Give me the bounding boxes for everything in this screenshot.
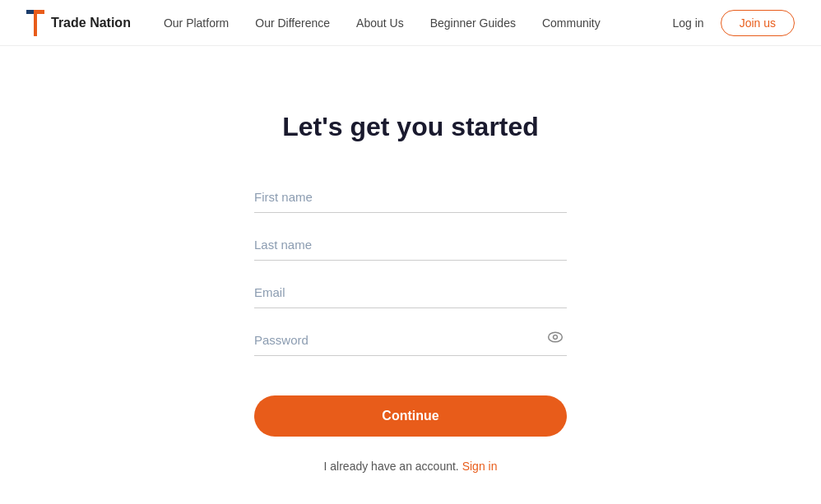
last-name-field — [254, 229, 567, 261]
email-field — [254, 277, 567, 308]
main-content: Let's get you started Continue I already… — [0, 46, 821, 473]
page-title: Let's get you started — [282, 112, 539, 142]
nav-actions: Log in Join us — [672, 10, 795, 36]
svg-point-2 — [549, 332, 563, 342]
first-name-field — [254, 182, 567, 213]
first-name-input[interactable] — [254, 182, 567, 213]
join-button[interactable]: Join us — [721, 10, 795, 36]
nav-links: Our Platform Our Difference About Us Beg… — [164, 16, 673, 30]
signup-form: Continue — [254, 182, 567, 437]
main-nav: Trade Nation Our Platform Our Difference… — [0, 0, 821, 46]
nav-our-difference[interactable]: Our Difference — [255, 16, 330, 30]
brand-logo[interactable]: Trade Nation — [26, 10, 131, 36]
password-input[interactable] — [254, 325, 567, 356]
last-name-input[interactable] — [254, 229, 567, 261]
brand-name: Trade Nation — [51, 16, 131, 30]
svg-marker-1 — [26, 10, 34, 14]
logo-icon — [26, 10, 44, 36]
signin-static-text: I already have an account. — [324, 460, 459, 473]
nav-our-platform[interactable]: Our Platform — [164, 16, 229, 30]
nav-beginner-guides[interactable]: Beginner Guides — [430, 16, 516, 30]
nav-about-us[interactable]: About Us — [356, 16, 404, 30]
signin-prompt: I already have an account. Sign in — [324, 460, 498, 473]
email-input[interactable] — [254, 277, 567, 308]
login-link[interactable]: Log in — [672, 16, 703, 30]
toggle-password-icon[interactable] — [547, 329, 564, 348]
signin-link[interactable]: Sign in — [462, 460, 498, 473]
continue-button[interactable]: Continue — [254, 395, 567, 437]
svg-point-3 — [554, 335, 558, 340]
password-field — [254, 325, 567, 356]
nav-community[interactable]: Community — [542, 16, 601, 30]
